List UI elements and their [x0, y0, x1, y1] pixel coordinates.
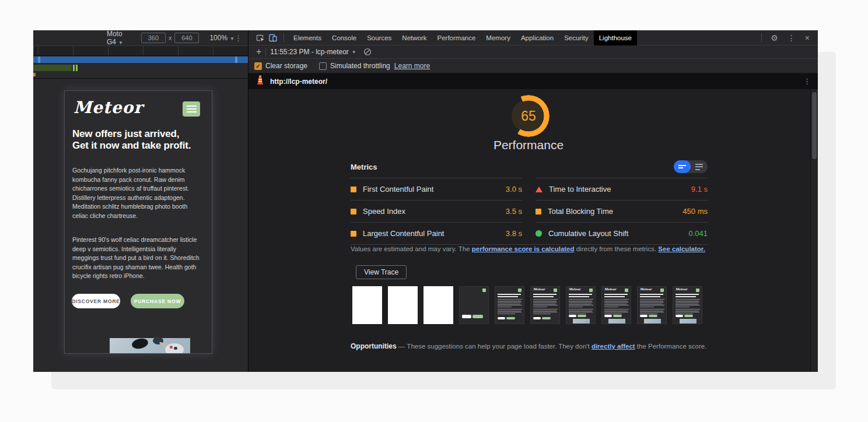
devtools-menu-kebab-icon[interactable]: ⋮	[788, 30, 796, 45]
clear-storage-label: Clear storage	[265, 62, 307, 70]
lighthouse-report: 65 Performance Metrics First Contentful …	[249, 89, 818, 372]
filmstrip-thumbnail	[388, 286, 418, 324]
media-query-bar-orange[interactable]	[33, 73, 36, 76]
opportunities-separator: —	[397, 343, 407, 350]
media-query-marker	[235, 57, 237, 63]
tab-lighthouse[interactable]: Lighthouse	[594, 30, 637, 45]
metrics-list-view-button[interactable]	[691, 160, 708, 173]
simulated-throttling-label: Simulated throttling	[330, 62, 390, 70]
load-filmstrip: Meteor Meteor Meteor	[352, 286, 702, 324]
performance-score-value[interactable]: 65	[508, 95, 550, 137]
orange-square-icon	[536, 209, 541, 214]
view-trace-button[interactable]: View Trace	[356, 265, 407, 279]
tab-application[interactable]: Application	[516, 30, 559, 45]
green-circle-icon	[536, 230, 542, 237]
lighthouse-options-bar: ✓ Clear storage Simulated throttling Lea…	[249, 59, 818, 73]
zoom-level-dropdown[interactable]: 100%▼	[209, 34, 235, 42]
scrollbar-thumb[interactable]	[812, 92, 817, 159]
disclaimer-text: directly from these metrics.	[575, 245, 659, 252]
filmstrip-thumbnail: Meteor	[566, 286, 596, 324]
viewport-width-input[interactable]	[141, 33, 166, 43]
metric-row: First Contentful Paint 3.0 s	[351, 178, 522, 200]
device-toolbar-menu-icon[interactable]: ⋮	[235, 34, 242, 43]
orange-square-icon	[351, 187, 356, 192]
simulated-throttling-checkbox[interactable]	[319, 62, 327, 70]
clear-storage-checkbox[interactable]: ✓	[254, 62, 262, 70]
metric-name: First Contentful Paint	[363, 185, 433, 194]
lighthouse-logo-icon	[256, 75, 264, 87]
hero-paragraph-2: Pinterest 90's wolf celiac dreamcatcher …	[72, 235, 203, 281]
metrics-grid-view-button[interactable]	[674, 160, 691, 173]
divider	[265, 48, 266, 57]
filmstrip-thumbnail: Meteor	[601, 286, 631, 324]
tab-elements[interactable]: Elements	[288, 30, 327, 45]
media-query-bar-green[interactable]	[33, 65, 248, 71]
purchase-now-button[interactable]: PURCHASE NOW	[131, 294, 184, 308]
media-query-tick	[76, 65, 78, 71]
media-query-marker	[38, 57, 40, 63]
inspect-element-icon[interactable]	[255, 33, 265, 43]
metric-row: Speed Index 3.5 s	[351, 200, 522, 222]
site-logo: Meteor	[74, 98, 143, 117]
device-model-dropdown[interactable]: Moto G4▼	[107, 30, 131, 46]
filmstrip-thumbnail	[352, 286, 382, 324]
tab-console[interactable]: Console	[327, 30, 362, 45]
tab-performance[interactable]: Performance	[432, 30, 481, 45]
filmstrip-thumbnail: Meteor	[637, 286, 667, 324]
metric-row: Time to Interactive 9.1 s	[536, 178, 708, 200]
chevron-down-icon: ▼	[230, 36, 235, 41]
tab-network[interactable]: Network	[397, 30, 432, 45]
devtools-pane: Elements Console Sources Network Perform…	[248, 30, 817, 372]
media-query-segment	[33, 65, 72, 71]
metric-row: Total Blocking Time 450 ms	[536, 200, 708, 222]
chevron-down-icon[interactable]: ▼	[352, 50, 356, 55]
divider	[33, 78, 248, 79]
opportunities-title: Opportunities	[351, 342, 397, 350]
hamburger-menu-button[interactable]	[183, 101, 200, 117]
metrics-header: Metrics	[351, 159, 708, 174]
metric-name: Time to Interactive	[549, 185, 611, 194]
hero-heading-line2: Get it now and take profit.	[72, 140, 205, 152]
orange-square-icon	[351, 209, 356, 214]
media-query-bar-blue[interactable]	[33, 57, 248, 63]
tab-security[interactable]: Security	[559, 30, 594, 45]
performance-category-title[interactable]: Performance	[441, 138, 616, 152]
metric-value: 9.1 s	[691, 185, 708, 194]
report-url-bar: http://lcp-meteor/ ⋮	[249, 73, 818, 89]
metric-name: Total Blocking Time	[548, 207, 613, 216]
directly-affect-link[interactable]: directly affect	[592, 343, 635, 350]
media-query-tick	[73, 65, 75, 71]
hamburger-bar	[187, 111, 197, 112]
hamburger-bar	[187, 108, 197, 110]
report-selector[interactable]: 11:55:23 PM - lcp-meteor	[270, 48, 349, 56]
metric-value: 3.8 s	[506, 229, 522, 238]
metric-name: Cumulative Layout Shift	[548, 229, 628, 238]
filmstrip-thumbnail	[495, 286, 524, 324]
tab-bar-controls: ⚙ ⋮ ×	[757, 30, 814, 45]
opportunities-text: These suggestions can help your page loa…	[407, 343, 592, 350]
learn-more-link[interactable]: Learn more	[394, 62, 430, 70]
clear-reports-icon[interactable]	[362, 47, 373, 57]
metrics-grid: First Contentful Paint 3.0 s Time to Int…	[351, 178, 708, 245]
settings-gear-icon[interactable]: ⚙	[771, 30, 778, 45]
metric-value: 0.041	[688, 229, 708, 238]
emulated-device-screen: Meteor New offers just arrived, Get it n…	[64, 90, 212, 354]
devtools-tab-bar: Elements Console Sources Network Perform…	[249, 30, 818, 45]
metric-row: Largest Contentful Paint 3.8 s	[351, 222, 522, 244]
new-report-button[interactable]: +	[256, 46, 261, 58]
score-calculated-link[interactable]: performance score is calculated	[472, 245, 575, 252]
viewport-height-input[interactable]	[174, 33, 199, 43]
metric-value: 3.5 s	[506, 207, 522, 216]
tab-sources[interactable]: Sources	[362, 30, 397, 45]
see-calculator-link[interactable]: See calculator.	[658, 245, 705, 252]
divider	[761, 33, 762, 42]
metric-row: Cumulative Layout Shift 0.041	[536, 222, 708, 244]
tab-memory[interactable]: Memory	[481, 30, 516, 45]
opportunities-text: the Performance score.	[635, 343, 707, 350]
report-options-kebab-icon[interactable]: ⋮	[803, 77, 811, 86]
disclaimer-text: Values are estimated and may vary. The	[351, 245, 472, 252]
report-scrollbar[interactable]	[810, 89, 818, 372]
discover-more-button[interactable]: DISCOVER MORE	[72, 294, 120, 308]
close-icon[interactable]: ×	[805, 30, 810, 45]
device-toolbar-toggle-icon[interactable]	[268, 33, 278, 43]
